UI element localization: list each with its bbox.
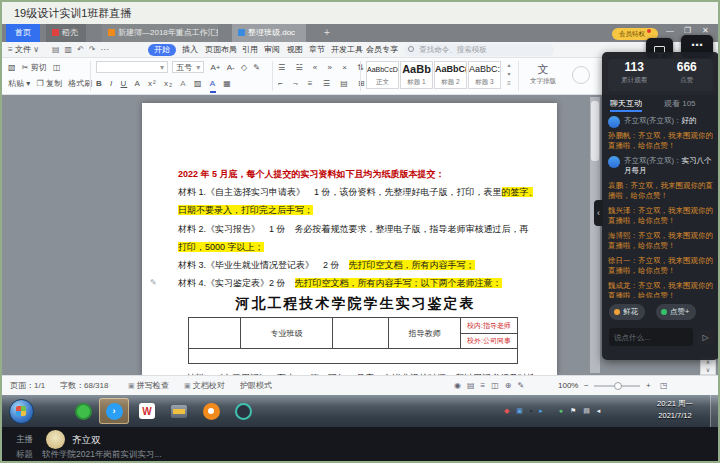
send-flower-button[interactable]: 鲜花 <box>609 304 645 320</box>
taskbar-app-wps[interactable]: W <box>132 398 162 424</box>
char-border-icon[interactable]: ▦ <box>223 77 232 91</box>
send-button[interactable]: ▷ <box>698 330 713 345</box>
clear-icon[interactable]: × <box>342 61 349 75</box>
sort-icon[interactable]: ⇅ <box>357 61 366 75</box>
network-icon[interactable]: ▤ <box>583 407 590 414</box>
document-scrollbar[interactable] <box>590 97 600 373</box>
action-center-flag-icon[interactable]: ⚑ <box>570 407 576 414</box>
numbering-icon[interactable]: ☱ <box>295 61 304 75</box>
next-page-icon[interactable]: ∨ <box>701 366 715 374</box>
taskbar-app-360[interactable] <box>228 398 258 424</box>
word-count[interactable]: 字数：68/318 <box>60 376 108 396</box>
start-button[interactable] <box>6 398 36 424</box>
reader-view-icon[interactable]: ⊕ <box>505 381 518 390</box>
style-scroll-down-icon[interactable]: ▾ <box>504 70 514 79</box>
style-heading1[interactable]: AaBb 标题 1 <box>400 61 433 89</box>
style-heading3[interactable]: AaBbC: 标题 3 <box>468 61 501 89</box>
shading-icon[interactable]: ▨ <box>194 77 203 91</box>
ribbon-tab-dev-tools[interactable]: 开发工具 <box>331 42 363 58</box>
taskbar-app-media[interactable] <box>164 398 194 424</box>
tray-icon-dark[interactable]: ▪ <box>530 407 532 414</box>
taskbar-clock[interactable]: 20:21 周一 2021/7/12 <box>646 398 704 422</box>
align-left-icon[interactable]: ⌐ <box>278 77 285 91</box>
table-row[interactable] <box>189 348 517 363</box>
volume-icon[interactable]: ◂ <box>597 407 601 414</box>
undo-icon[interactable]: ↶ <box>77 45 89 54</box>
tray-icon-blue-play[interactable]: ▸ <box>539 407 543 414</box>
highlight-color-button[interactable]: A <box>180 77 186 91</box>
spell-check-toggle[interactable]: ▣ 拼写检查 <box>128 376 169 396</box>
taskbar-app-browser[interactable] <box>68 398 98 424</box>
close-button[interactable]: ✕ <box>702 26 709 35</box>
bullets-icon[interactable]: ☰ <box>278 61 287 75</box>
table-cell-empty[interactable] <box>189 318 241 348</box>
outline-view-icon[interactable]: ≡ <box>481 381 492 390</box>
table-cell-teacher-note[interactable]: 校内:指导老师 校外:公司同事 <box>461 318 517 348</box>
zoom-slider-knob[interactable] <box>614 382 622 390</box>
font-color-button[interactable]: A <box>210 77 216 93</box>
show-desktop-button[interactable] <box>710 395 718 427</box>
ribbon-tab-member[interactable]: 会员专享 <box>366 42 398 58</box>
pinyin-icon[interactable]: ✎ <box>253 61 260 75</box>
strikethrough-button[interactable]: A <box>135 77 141 91</box>
minimize-button[interactable]: — <box>666 26 674 35</box>
tab-chat[interactable]: 聊天互动 <box>610 98 642 112</box>
panel-collapse-handle[interactable]: ‹ <box>594 200 603 226</box>
taskbar-app-dingtalk[interactable]: › <box>99 398 129 424</box>
text-layout-button[interactable]: 文 文字排版 <box>524 62 562 86</box>
copy-button[interactable]: ❐ 复制 <box>36 77 61 91</box>
like-button[interactable]: 点赞+ <box>656 304 696 320</box>
web-view-icon[interactable]: ◫ <box>491 381 505 390</box>
ribbon-tab-references[interactable]: 引用 <box>242 42 258 58</box>
style-gallery-more-icon[interactable]: ≡ <box>504 79 514 88</box>
font-name-select[interactable]: ▾ <box>96 61 168 73</box>
shrink-font-button[interactable]: A- <box>227 61 235 75</box>
paste-button[interactable]: 粘贴 ▾ <box>8 77 30 91</box>
fullscreen-icon[interactable]: ◳ <box>660 376 668 396</box>
find-replace-button[interactable] <box>572 66 590 84</box>
ribbon-tab-start[interactable]: 开始 <box>148 44 176 56</box>
ribbon-tab-view[interactable]: 视图 <box>287 42 303 58</box>
chat-message-list[interactable]: 齐立双(齐立双)：好的 孙鹏帆：齐立双，我来围观你的直播啦，给你点赞！ 齐立双(… <box>608 116 714 298</box>
edit-mode-icon[interactable]: ✎ <box>517 381 530 390</box>
table-cell-teacher[interactable]: 指导教师 <box>389 318 461 348</box>
save-icon[interactable]: ▤ <box>52 45 65 54</box>
format-painter-icon[interactable]: ◫ <box>53 61 61 75</box>
underline-button[interactable]: U <box>120 77 127 91</box>
scrollbar-thumb[interactable] <box>591 101 599 161</box>
zoom-out-button[interactable]: − <box>584 376 589 396</box>
zoom-slider[interactable] <box>594 376 640 396</box>
style-heading2[interactable]: AaBbC( 标题 2 <box>434 61 467 89</box>
grow-font-button[interactable]: A+ <box>210 61 220 75</box>
bold-button[interactable]: B <box>96 77 103 91</box>
font-size-select[interactable]: 五号▾ <box>172 61 204 73</box>
tray-icon-green[interactable]: ● <box>559 407 563 414</box>
print-icon[interactable]: ▥ <box>65 45 78 54</box>
subscript-button[interactable]: x₂ <box>164 77 173 91</box>
new-tab-button[interactable]: + <box>318 24 332 42</box>
cut-button[interactable]: ✂ 剪切 <box>22 61 47 75</box>
file-menu[interactable]: ≡ 文件 ∨ <box>8 42 39 58</box>
decrease-indent-icon[interactable]: « <box>313 61 319 75</box>
ribbon-tab-section[interactable]: 章节 <box>309 42 325 58</box>
format-painter-button[interactable]: 格式刷 <box>68 77 92 91</box>
zoom-level[interactable]: 100% <box>558 376 578 396</box>
tab-home[interactable]: 首页 <box>6 24 40 42</box>
align-center-icon[interactable]: ≡ <box>308 77 315 91</box>
zoom-in-button[interactable]: + <box>646 376 651 396</box>
tab-viewers[interactable]: 观看 105 <box>664 98 696 112</box>
restore-button[interactable]: ❐ <box>684 26 691 35</box>
chat-input[interactable] <box>609 328 693 346</box>
paste-icon[interactable]: ▧ <box>8 61 16 75</box>
tray-icon-red[interactable]: ◆ <box>504 407 509 414</box>
tab-active-doc[interactable]: 整理班级.doc <box>232 24 306 42</box>
proofread-toggle[interactable]: ▣ 文档校对 <box>184 376 225 396</box>
superscript-button[interactable]: x² <box>148 77 157 91</box>
redo-icon[interactable]: ↷ <box>89 45 101 54</box>
eye-mode-icon[interactable]: ◉ <box>454 381 467 390</box>
ribbon-tab-page-layout[interactable]: 页面布局 <box>205 42 237 58</box>
table-cell-major[interactable]: 专业班级 <box>241 318 333 348</box>
ribbon-tab-insert[interactable]: 插入 <box>182 42 198 58</box>
justify-icon[interactable]: ☰ <box>323 77 332 91</box>
tab-docer[interactable]: 稻壳 <box>46 24 86 42</box>
